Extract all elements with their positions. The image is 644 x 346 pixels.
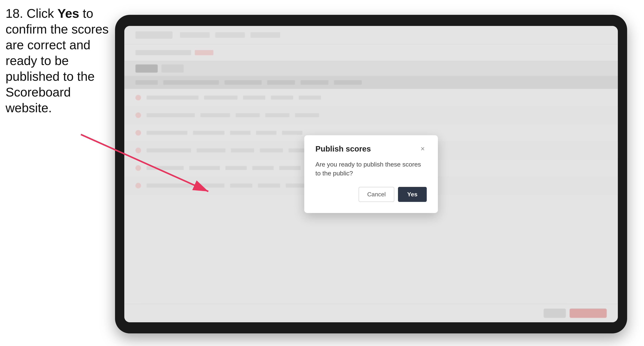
tablet-screen: Publish scores × Are you ready to publis… xyxy=(124,26,618,322)
instruction-pre-bold: Click xyxy=(26,6,57,20)
instruction-text: 18. Click Yes to confirm the scores are … xyxy=(6,5,113,116)
modal-overlay: Publish scores × Are you ready to publis… xyxy=(124,26,618,322)
tablet-device: Publish scores × Are you ready to publis… xyxy=(115,15,627,334)
bold-yes: Yes xyxy=(58,6,79,20)
instruction-post-bold: to confirm the scores are correct and re… xyxy=(6,6,109,115)
cancel-button[interactable]: Cancel xyxy=(359,187,394,202)
modal-header: Publish scores × xyxy=(316,145,427,153)
modal-dialog: Publish scores × Are you ready to publis… xyxy=(304,135,438,213)
modal-body-text: Are you ready to publish these scores to… xyxy=(316,160,427,178)
modal-title: Publish scores xyxy=(316,145,371,153)
step-number: 18. xyxy=(6,6,23,20)
yes-button[interactable]: Yes xyxy=(398,187,427,202)
modal-footer: Cancel Yes xyxy=(316,187,427,202)
modal-close-button[interactable]: × xyxy=(418,145,427,153)
